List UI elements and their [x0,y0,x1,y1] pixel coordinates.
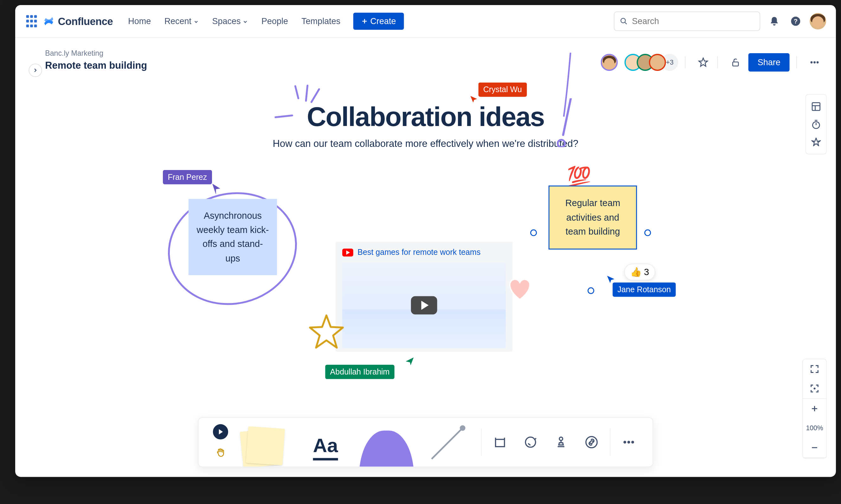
selection-handle[interactable] [644,230,651,236]
sticky-note-blue[interactable]: Asynchronous weekly team kick-offs and s… [189,199,277,275]
profile-avatar[interactable] [810,13,826,30]
product-logo[interactable]: Confluence [44,15,113,27]
timer-button[interactable] [808,116,824,132]
cursor-label-abdullah: Abdullah Ibrahim [325,365,395,379]
link-tool[interactable] [577,418,607,467]
fit-screen-button[interactable] [803,359,826,379]
hand-mode-button[interactable] [213,445,228,460]
presence-avatar[interactable] [649,54,666,71]
sparkle-compass-icon [811,137,821,147]
plus-icon [361,18,368,24]
cursor-label-fran: Fran Perez [163,170,212,184]
youtube-icon [342,249,353,256]
nav-home[interactable]: Home [128,16,151,26]
hundred-emoji-icon: 💯 [567,165,591,188]
frame-tool[interactable] [485,418,515,467]
video-embed[interactable]: Best games for remote work teams [336,241,512,352]
zoom-level[interactable]: 100% [803,418,826,438]
play-cursor-icon [217,428,224,436]
nav-recent[interactable]: Recent [165,16,199,26]
sticker-tool[interactable] [515,418,546,467]
presence-avatar[interactable] [601,54,618,71]
restrictions-button[interactable] [728,55,743,70]
board-subheading[interactable]: How can our team collaborate more effect… [273,138,578,149]
text-tool[interactable]: Aa [295,418,356,467]
layout-button[interactable] [808,98,824,115]
selection-handle[interactable] [530,230,537,236]
divider [796,56,797,69]
page-actions: +3 Share [601,53,822,72]
star-scribble-icon [308,313,345,349]
stamp-tool[interactable] [546,418,576,467]
product-name: Confluence [58,15,113,27]
selection-handle[interactable] [587,287,594,294]
nav-templates[interactable]: Templates [302,16,340,26]
svg-point-13 [460,425,465,431]
board-heading[interactable]: Collaboration ideas [307,101,544,132]
more-actions-button[interactable] [807,55,822,70]
confluence-icon [44,16,54,27]
nav-items: Home Recent Spaces People Templates [128,16,340,26]
bell-icon [769,16,779,26]
more-horizontal-icon [622,435,635,449]
play-icon[interactable] [411,296,437,314]
sparkle-icon [286,83,323,113]
breadcrumb: Banc.ly Marketing Remote team building [45,49,147,71]
cursor-label-crystal: Crystal Wu [479,83,527,97]
svg-point-19 [631,441,634,444]
presence-list: +3 [601,54,679,71]
svg-rect-9 [812,103,820,110]
chevron-down-icon [242,19,248,24]
app-switcher-icon[interactable] [25,15,38,28]
svg-point-6 [817,61,819,64]
shape-tool[interactable] [356,418,417,467]
expand-icon [810,364,819,374]
search-input[interactable] [632,16,754,26]
help-button[interactable]: ? [788,14,803,29]
search-box[interactable] [614,12,760,31]
zoom-out-button[interactable] [803,438,826,457]
chevron-right-icon [32,67,38,73]
video-title: Best games for remote work teams [342,248,506,257]
svg-point-4 [811,61,813,64]
expand-sidebar-button[interactable] [29,64,42,77]
share-button[interactable]: Share [749,53,790,72]
cursor-icon [405,357,415,366]
svg-text:?: ? [794,18,797,25]
svg-point-15 [526,437,535,447]
dash-icon [274,114,295,120]
svg-point-16 [586,436,597,448]
pointer-mode-button[interactable] [213,424,228,439]
zoom-in-button[interactable] [803,399,826,418]
whiteboard-canvas[interactable]: Collaboration ideas How can our team col… [24,80,827,469]
star-icon [698,57,708,68]
divider [717,56,718,69]
notifications-button[interactable] [767,14,782,29]
top-nav: Confluence Home Recent Spaces People Tem… [15,5,836,38]
svg-rect-14 [496,439,504,447]
emoji-reaction[interactable]: 👍 3 [624,264,655,280]
more-tools-button[interactable] [614,418,644,467]
magic-button[interactable] [808,133,824,150]
whiteboard-toolbar: Aa [198,417,653,467]
stamp-icon [554,435,568,449]
video-thumbnail[interactable] [342,263,506,348]
svg-line-12 [432,429,462,459]
sticky-tool[interactable] [234,418,295,467]
line-tool[interactable] [417,418,478,467]
sticker-icon [524,435,537,449]
space-link[interactable]: Banc.ly Marketing [45,49,147,58]
layout-icon [811,101,821,112]
create-button[interactable]: Create [353,13,404,30]
focus-button[interactable] [803,379,826,398]
nav-people[interactable]: People [261,16,288,26]
unlock-icon [731,58,740,68]
star-button[interactable] [696,55,710,70]
zoom-controls: 100% [802,359,827,459]
search-icon [620,17,628,26]
sticky-note-yellow[interactable]: Regular team activities and team buildin… [549,185,637,250]
page-title: Remote team building [45,60,147,71]
nav-spaces[interactable]: Spaces [212,16,248,26]
cursor-label-jane: Jane Rotanson [613,282,675,296]
minus-icon [811,444,819,451]
